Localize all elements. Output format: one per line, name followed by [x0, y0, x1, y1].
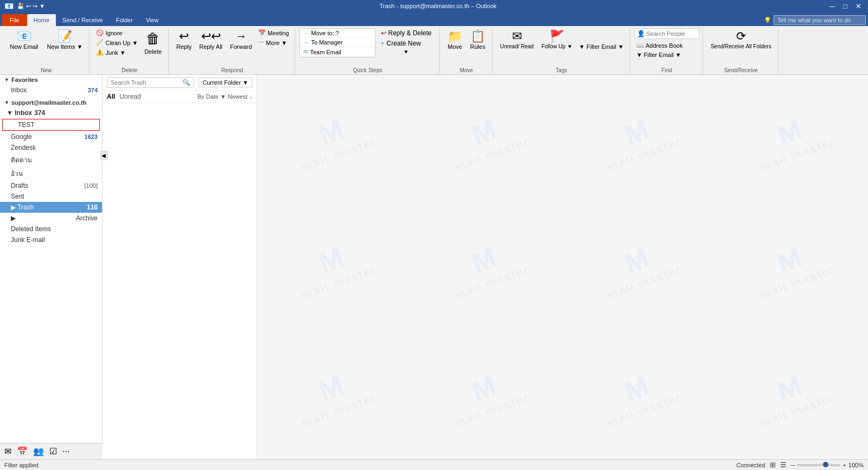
forward-button[interactable]: → Forward — [227, 28, 255, 52]
reply-delete-label: Reply & Delete — [388, 29, 432, 37]
move-button[interactable]: 📁 Move — [444, 28, 466, 52]
sidebar-item-zendesk[interactable]: Zendesk — [0, 142, 102, 153]
sidebar-item-archive[interactable]: ▶ Archive — [0, 213, 102, 224]
tab-file[interactable]: File — [2, 14, 27, 26]
address-book-icon: 📖 — [636, 42, 644, 49]
delete-button[interactable]: 🗑 Delete — [141, 28, 165, 57]
filter-email-button[interactable]: ▼ Filter Email ▼ — [577, 42, 626, 51]
message-list-toolbar: 🔍 Current Folder ▼ — [103, 75, 257, 91]
tab-home[interactable]: Home — [27, 14, 56, 26]
quick-step-team[interactable]: ✉ Team Email — [300, 47, 375, 57]
delete-label: Delete — [144, 48, 162, 55]
quick-step-create[interactable]: + Create New — [378, 39, 435, 49]
tab-folder[interactable]: Folder — [110, 14, 139, 26]
filter-email-find-icon: ▼ — [636, 52, 642, 58]
sidebar-item-drafts[interactable]: Drafts [100] — [0, 180, 102, 191]
reply-all-button[interactable]: ↩↩ Reply All — [196, 28, 226, 52]
respond-group-label: Respond — [173, 67, 291, 74]
zoom-control: ─ + 100% — [791, 462, 864, 468]
filter-all-btn[interactable]: All — [107, 93, 115, 100]
archive-label: Archive — [76, 214, 98, 222]
new-group-label: New — [7, 67, 86, 74]
sidebar-item-inbox-favorite[interactable]: Inbox 374 — [0, 85, 102, 96]
maximize-btn[interactable]: □ — [840, 2, 851, 10]
status-right: Connected ⊞ ☰ ─ + 100% — [736, 461, 864, 469]
sidebar-item-google[interactable]: Google 1623 — [0, 131, 102, 142]
unread-read-button[interactable]: ✉ Unread/ Read — [497, 28, 537, 52]
view-list-icon[interactable]: ☰ — [780, 461, 787, 469]
ribbon-group-new: 📧 New Email 📝 New Items ▼ New — [3, 28, 90, 74]
sidebar-inbox-header[interactable]: ▼ Inbox 374 — [0, 107, 102, 118]
account-label: support@mailmaster.co.th — [11, 99, 86, 106]
calendar-nav-icon[interactable]: 📅 — [17, 446, 28, 456]
trash-count: 116 — [87, 204, 98, 211]
tags-group-label: Tags — [497, 67, 626, 74]
cleanup-button[interactable]: 🧹 Clean Up ▼ — [94, 38, 140, 47]
zoom-out-icon[interactable]: ─ — [791, 462, 795, 468]
people-nav-icon[interactable]: 👥 — [33, 446, 44, 456]
more-label: More ▼ — [266, 40, 287, 46]
filter-unread-btn[interactable]: Unread — [119, 93, 141, 100]
filter-applied-label: Filter applied — [4, 462, 39, 468]
quick-step-move[interactable]: → Move to: ? — [300, 29, 375, 38]
meeting-icon: 📅 — [258, 29, 266, 36]
reply-button[interactable]: ↩ Reply — [173, 28, 195, 52]
reply-all-icon: ↩↩ — [201, 30, 221, 42]
close-btn[interactable]: ✕ — [853, 2, 864, 10]
drafts-label: Drafts — [11, 182, 28, 189]
zoom-in-icon[interactable]: + — [843, 462, 846, 468]
sidebar-item-tidtam[interactable]: ติดตาม — [0, 153, 102, 167]
zoom-slider[interactable] — [797, 464, 840, 466]
search-people-icon: 👤 — [637, 30, 645, 37]
follow-up-button[interactable]: 🚩 Follow Up ▼ — [538, 28, 576, 52]
favorites-header[interactable]: ▼ Favorites — [0, 75, 102, 85]
more-button[interactable]: ⋯ More ▼ — [256, 38, 291, 47]
filter-email-icon: ▼ — [579, 43, 585, 50]
tell-me-container: 💡 — [764, 15, 866, 25]
tidtam-label: ติดตาม — [11, 155, 32, 165]
ignore-button[interactable]: 🚫 Ignore — [94, 28, 140, 37]
more-nav-icon[interactable]: ··· — [62, 447, 69, 456]
send-receive-all-button[interactable]: ⟳ Send/Receive All Folders — [707, 28, 775, 52]
new-items-button[interactable]: 📝 New Items ▼ — [44, 28, 86, 52]
rules-button[interactable]: 📋 Rules — [467, 28, 489, 52]
quick-step-manager[interactable]: → To Manager — [300, 38, 375, 47]
sidebar-item-trash[interactable]: ▶ Trash 116 — [0, 202, 102, 213]
sidebar-collapse-btn[interactable]: ◀ — [100, 151, 108, 160]
junk-button[interactable]: ⚠️ Junk ▼ — [94, 48, 140, 57]
quick-step-reply-delete[interactable]: ↩ Reply & Delete — [378, 28, 435, 39]
filter-sort[interactable]: By Date ▼ Newest ↓ — [197, 93, 252, 100]
current-folder-btn[interactable]: Current Folder ▼ — [199, 78, 252, 87]
meeting-button[interactable]: 📅 Meeting — [256, 28, 291, 37]
address-book-button[interactable]: 📖 Address Book — [634, 41, 699, 50]
mail-nav-icon[interactable]: ✉ — [4, 446, 11, 456]
meeting-label: Meeting — [267, 30, 289, 36]
move-group-label: Move — [444, 67, 489, 74]
delete-group-label: Delete — [94, 67, 165, 74]
follow-up-icon: 🚩 — [550, 30, 564, 42]
junk-label: Junk E-mail — [11, 236, 45, 244]
search-people-input[interactable] — [646, 30, 695, 37]
filter-email-find-button[interactable]: ▼ Filter Email ▼ — [634, 50, 699, 59]
sidebar-item-junk[interactable]: Junk E-mail — [0, 234, 102, 245]
sidebar-item-uan[interactable]: อ้วน — [0, 167, 102, 180]
quicksteps-expand-icon[interactable]: ▼ — [404, 49, 409, 55]
quick-step-manager-icon: → — [303, 39, 309, 46]
ribbon-tabs: File Home Send / Receive Folder View 💡 — [0, 12, 868, 26]
quick-access-toolbar[interactable]: 💾 ↩ ↪ ▼ — [17, 3, 45, 10]
ribbon-group-quicksteps: → Move to: ? → To Manager ✉ Team Email ↩… — [296, 28, 440, 74]
sidebar-item-sent[interactable]: Sent — [0, 191, 102, 202]
account-header[interactable]: ▼ support@mailmaster.co.th — [0, 98, 102, 107]
search-input[interactable] — [111, 79, 180, 86]
tasks-nav-icon[interactable]: ☑ — [49, 446, 57, 456]
ribbon-group-respond: ↩ Reply ↩↩ Reply All → Forward 📅 Meeting… — [170, 28, 295, 74]
tell-me-input[interactable] — [774, 15, 866, 25]
new-email-button[interactable]: 📧 New Email — [7, 28, 42, 52]
sidebar-item-deleted[interactable]: Deleted Items — [0, 224, 102, 234]
inbox-favorite-label: Inbox — [11, 86, 27, 94]
view-switch-icon[interactable]: ⊞ — [770, 461, 776, 469]
sidebar-item-test[interactable]: TEST — [2, 119, 100, 131]
minimize-btn[interactable]: ─ — [827, 2, 838, 10]
tab-view[interactable]: View — [139, 14, 165, 26]
tab-send-receive[interactable]: Send / Receive — [56, 14, 110, 26]
